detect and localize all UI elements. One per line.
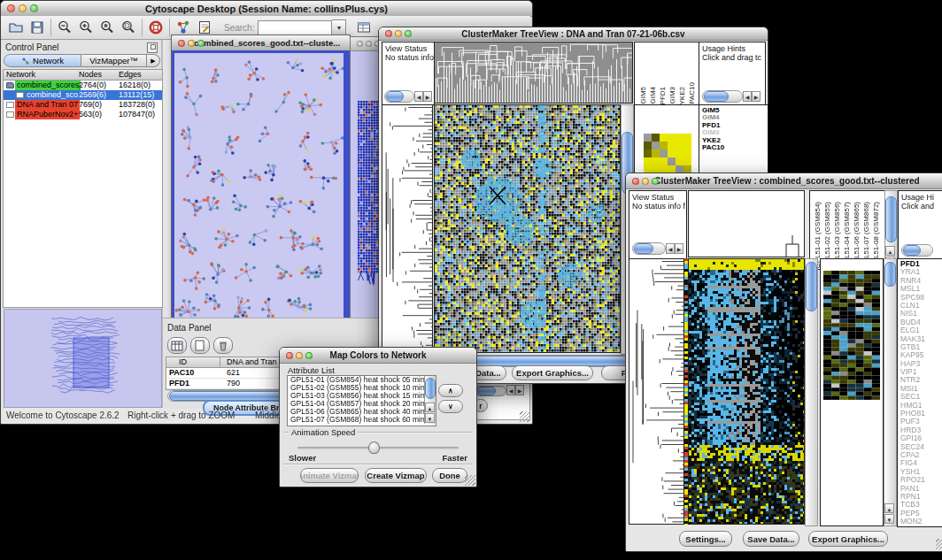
zoom-window-icon[interactable]	[305, 352, 313, 359]
help-ring-icon[interactable]	[145, 18, 166, 38]
data-col-id[interactable]: ID	[179, 357, 187, 367]
close-icon[interactable]	[357, 41, 363, 47]
animate-vizmap-button[interactable]: Animate Vizmap	[300, 468, 359, 483]
fragment-hscrollbar[interactable]	[475, 386, 506, 396]
tv2-row-dendrogram[interactable]	[629, 258, 684, 525]
zoom-window-icon[interactable]	[405, 30, 412, 37]
scrollbar-thumb[interactable]	[425, 378, 436, 399]
attribute-list-scrollbar[interactable]: ▲ ▼	[424, 376, 436, 424]
zoom-in-icon[interactable]	[75, 18, 97, 38]
minimize-icon[interactable]	[366, 41, 372, 47]
close-icon[interactable]	[7, 4, 15, 12]
zoom-selected-icon[interactable]	[97, 18, 118, 38]
minimize-icon[interactable]	[188, 40, 195, 47]
tv2-save-data-button[interactable]: Save Data...	[743, 531, 799, 547]
scrollbar-thumb[interactable]	[885, 196, 897, 242]
network-overview-panel[interactable]	[4, 309, 162, 408]
zoom-window-icon[interactable]	[652, 178, 659, 185]
scrollbar-thumb[interactable]	[884, 262, 896, 287]
minimize-icon[interactable]	[395, 30, 402, 37]
usage-hints-scrollbar[interactable]	[901, 244, 933, 257]
minimize-icon[interactable]	[19, 4, 27, 12]
resize-grip[interactable]	[465, 475, 475, 486]
move-up-button[interactable]: ∧	[438, 384, 463, 397]
zoom-window-icon[interactable]	[197, 40, 205, 47]
resize-grip[interactable]	[936, 539, 942, 549]
scroll-right-icon[interactable]: ▶	[675, 243, 683, 254]
network-view-titlebar[interactable]: combined_scores_good.txt--cluste...	[172, 35, 350, 51]
close-icon[interactable]	[385, 30, 392, 37]
scroll-down-icon[interactable]: ▼	[425, 413, 435, 423]
save-icon[interactable]	[27, 18, 48, 38]
search-input[interactable]	[258, 20, 332, 35]
tv2-zoom-panel[interactable]	[820, 258, 884, 526]
attribute-list[interactable]: GPL51-01 (GSM854) heat shock 05 minGPL51…	[287, 375, 436, 426]
col-network[interactable]: Network	[6, 70, 35, 80]
tab-overflow-arrow[interactable]: ▶	[147, 54, 160, 67]
col-edges[interactable]: Edges	[119, 70, 142, 80]
close-icon[interactable]	[286, 352, 293, 359]
view-status-scrollbar[interactable]	[384, 90, 414, 103]
network-name[interactable]: combined_scores_	[15, 81, 81, 90]
float-panel-icon[interactable]	[147, 42, 158, 53]
attribute-list-item[interactable]: GPL51-07 (GSM868) heat shock 60 min	[288, 416, 436, 424]
network-name[interactable]: RNAPuberNov2+	[15, 110, 80, 119]
zoom-window-icon[interactable]	[30, 4, 38, 12]
scroll-up-icon[interactable]: ▲	[425, 403, 435, 412]
network-table-row[interactable]: combined_sco2569(6)13112(15)	[4, 90, 162, 100]
minimize-icon[interactable]	[296, 352, 303, 359]
tv1-column-dendrogram[interactable]	[434, 42, 633, 104]
scrollbar-thumb[interactable]	[806, 262, 817, 311]
view-status-scrollbar[interactable]	[632, 242, 666, 255]
network-view-canvas[interactable]	[174, 53, 344, 325]
tab-vizmapper[interactable]: VizMapper™	[81, 54, 147, 67]
tv2-heatmap[interactable]	[688, 258, 805, 525]
network-name[interactable]: DNA and Tran 07	[15, 100, 80, 110]
resize-grip[interactable]	[520, 411, 530, 422]
scroll-right-icon[interactable]: ▶	[515, 385, 524, 395]
done-button[interactable]: Done	[432, 468, 467, 483]
new-attribute-icon[interactable]	[190, 337, 210, 354]
zoom-out-icon[interactable]	[54, 18, 75, 38]
treeview1-titlebar[interactable]: ClusterMaker TreeView : DNA and Tran 07-…	[379, 27, 768, 41]
tv1-heatmap[interactable]	[434, 104, 621, 353]
tv2-column-dendrogram[interactable]	[688, 190, 805, 257]
scroll-up-icon[interactable]: ▲	[884, 503, 894, 513]
network-table-row[interactable]: combined_scores_2764(0)16218(0)	[4, 81, 162, 90]
scroll-up-icon[interactable]: ▲	[885, 246, 895, 256]
tv2-gene-label[interactable]: MON2	[900, 518, 942, 525]
network-table-row[interactable]: RNAPuberNov2+563(0)107847(0)	[4, 110, 162, 119]
tv2-export-graphics-button[interactable]: Export Graphics...	[808, 531, 888, 547]
tv2-settings-button[interactable]: Settings...	[679, 531, 732, 547]
tv1-gene-label[interactable]: PAC10	[702, 144, 768, 151]
treeview2-titlebar[interactable]: ClusterMaker TreeView : combined_scores_…	[626, 173, 942, 189]
attribute-browser-icon[interactable]	[353, 18, 374, 38]
tv2-gene-list[interactable]: PFD1YRA1RNR4MSL1SPC98CLN1NIS1BUD4ELG1MAK…	[897, 258, 942, 527]
scroll-left-icon[interactable]: ◀	[666, 243, 675, 254]
dialog-titlebar[interactable]: Map Colors to Network	[280, 348, 476, 364]
scroll-down-icon[interactable]: ▼	[884, 514, 894, 524]
zoom-fit-icon[interactable]	[118, 18, 139, 38]
col-nodes[interactable]: Nodes	[79, 70, 102, 80]
scroll-left-icon[interactable]: ◀	[414, 91, 423, 102]
minimize-icon[interactable]	[642, 178, 649, 185]
open-icon[interactable]	[5, 18, 27, 38]
scroll-right-icon[interactable]: ▶	[752, 91, 761, 102]
network-table-row[interactable]: DNA and Tran 07769(0)183728(0)	[4, 100, 162, 110]
tab-network[interactable]: Network	[4, 54, 81, 67]
tv1-export-graphics-button[interactable]: Export Graphics...	[512, 365, 593, 380]
scroll-left-icon[interactable]: ◀	[506, 385, 515, 395]
speed-slider-thumb[interactable]	[368, 441, 380, 454]
tv1-row-dendrogram[interactable]	[382, 104, 433, 353]
main-titlebar[interactable]: Cytoscape Desktop (Session Name: collins…	[1, 1, 532, 17]
delete-attribute-icon[interactable]	[213, 337, 233, 354]
close-icon[interactable]	[632, 178, 639, 185]
search-dropdown-icon[interactable]: ▼	[332, 19, 346, 36]
move-down-button[interactable]: ∨	[438, 400, 463, 413]
create-vizmap-button[interactable]: Create Vizmap	[365, 468, 427, 483]
close-icon[interactable]	[178, 40, 185, 47]
usage-hints-scrollbar[interactable]	[702, 90, 743, 103]
scroll-right-icon[interactable]: ▶	[423, 91, 432, 102]
tv2-vscrollbar[interactable]	[805, 258, 818, 526]
network-overview-canvas[interactable]	[4, 310, 159, 405]
